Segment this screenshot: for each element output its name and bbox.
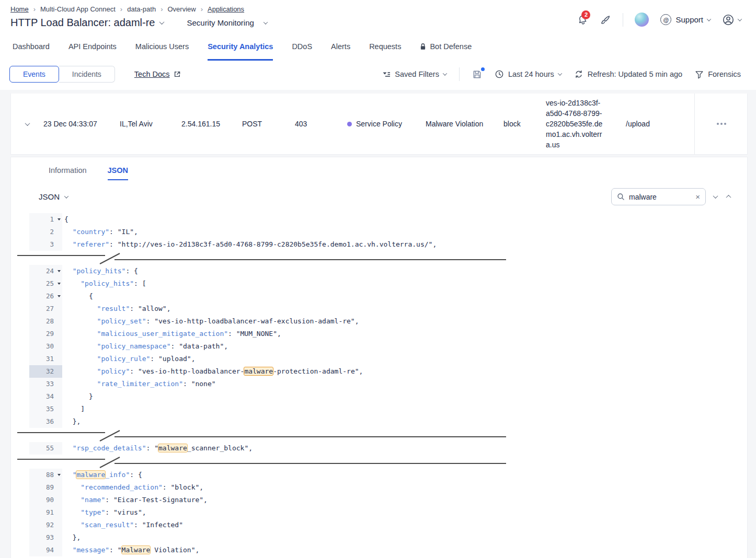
support-icon: @ (660, 14, 671, 25)
row-actions-menu[interactable] (694, 94, 748, 154)
line-number: 32 (29, 365, 62, 378)
service-policy-dot (347, 122, 352, 126)
format-selector-label: JSON (39, 192, 60, 201)
breadcrumb-multi-cloud-app-connect: Multi-Cloud App Connect (40, 5, 116, 13)
tab-ddos[interactable]: DDoS (292, 41, 312, 61)
event-source-label: Service Policy (356, 120, 402, 128)
forensics-button[interactable]: Forensics (695, 70, 741, 79)
refresh-button[interactable]: Refresh: Updated 5 min ago (574, 69, 682, 79)
breadcrumb-home[interactable]: Home (10, 5, 29, 13)
customize-button[interactable] (600, 14, 611, 26)
page-title[interactable]: HTTP Load Balancer: adaml-re (10, 17, 155, 29)
chevron-down-icon[interactable] (159, 19, 165, 25)
json-code-viewer: 1{2"country": "IL",3"referer": "http://v… (11, 213, 747, 558)
account-menu[interactable] (722, 14, 741, 26)
fold-caret-icon[interactable] (58, 270, 61, 272)
chevron-down-icon (707, 17, 711, 21)
tab-bot-defense-label: Bot Defense (430, 42, 472, 51)
line-number: 24 (29, 265, 62, 277)
code-line: 94"message": "Malware Violation", (11, 544, 747, 556)
save-filter-button[interactable] (472, 69, 482, 79)
code-line: 30"policy_namespace": "data-path", (11, 340, 747, 353)
code-line: 89"recommended_action": "block", (11, 481, 747, 494)
app-root: Home › Multi-Cloud App Connect › data-pa… (0, 0, 756, 558)
filter-list-icon (382, 71, 391, 78)
search-icon (617, 193, 625, 201)
notification-badge: 2 (581, 10, 590, 19)
line-number: 91 (29, 506, 62, 519)
ellipsis-icon (717, 123, 726, 125)
line-number: 35 (29, 403, 62, 415)
line-number: 34 (29, 390, 62, 403)
event-method: POST (242, 120, 295, 128)
code-fold-divider (11, 428, 747, 442)
json-search-input[interactable] (629, 193, 691, 201)
clear-search-icon[interactable]: × (695, 193, 700, 201)
breadcrumb-overview: Overview (167, 5, 196, 13)
fold-caret-icon[interactable] (58, 295, 61, 297)
saved-filters-dropdown[interactable]: Saved Filters (382, 70, 446, 78)
line-number: 88 (29, 469, 62, 481)
fold-caret-icon[interactable] (58, 283, 61, 285)
incidents-toggle-button[interactable]: Incidents (59, 66, 115, 83)
event-source: Service Policy (347, 120, 426, 128)
tab-bot-defense[interactable]: Bot Defense (420, 41, 472, 61)
paintbrush-icon (600, 14, 611, 26)
current-search-match: malware (244, 367, 273, 375)
search-match: Malware (122, 546, 151, 554)
code-line: 27"result": "allow", (11, 303, 747, 315)
search-match: malware (76, 471, 105, 479)
chevron-down-icon (738, 17, 742, 21)
code-line: 25"policy_hits": [ (11, 277, 747, 290)
notifications-button[interactable]: 2 (577, 14, 588, 26)
format-selector[interactable]: JSON (39, 192, 68, 201)
next-match-button[interactable] (713, 193, 718, 199)
fold-caret-icon[interactable] (58, 218, 61, 220)
tab-malicious-users[interactable]: Malicious Users (135, 41, 189, 61)
fold-zigzag-icon (17, 456, 506, 468)
code-fold-divider (11, 251, 747, 265)
tab-alerts[interactable]: Alerts (331, 41, 350, 61)
saved-filters-label: Saved Filters (395, 70, 439, 78)
brand-logo[interactable] (635, 13, 649, 27)
time-range-dropdown[interactable]: Last 24 hours (495, 69, 562, 79)
funnel-icon (695, 70, 704, 79)
tech-docs-link[interactable]: Tech Docs (134, 70, 181, 78)
line-number: 92 (29, 519, 62, 531)
event-row[interactable]: 23 Dec 04:33:07 IL,Tel Aviv 2.54.161.15 … (10, 94, 748, 155)
line-number: 94 (29, 544, 62, 556)
line-number: 28 (29, 315, 62, 328)
fold-caret-icon[interactable] (58, 474, 61, 476)
line-number: 55 (29, 442, 62, 455)
external-link-icon (174, 71, 181, 78)
fold-zigzag-icon (17, 429, 506, 441)
row-expander[interactable] (11, 122, 43, 126)
tab-json[interactable]: JSON (108, 166, 129, 180)
code-line: 26{ (11, 290, 747, 303)
events-toggle-button[interactable]: Events (9, 66, 59, 83)
breadcrumb-applications[interactable]: Applications (208, 5, 244, 13)
detail-tabbar: Information JSON (11, 166, 747, 180)
code-line: 1{ (11, 213, 747, 226)
tab-security-analytics[interactable]: Security Analytics (208, 41, 273, 61)
event-timestamp: 23 Dec 04:33:07 (43, 120, 120, 128)
code-line: 36}, (11, 415, 747, 428)
tech-docs-label: Tech Docs (134, 70, 170, 78)
tab-api-endpoints[interactable]: API Endpoints (68, 41, 117, 61)
tab-requests[interactable]: Requests (369, 41, 401, 61)
chevron-down-icon (264, 20, 268, 24)
line-number: 90 (29, 494, 62, 506)
chevron-down-icon (443, 71, 447, 75)
line-number: 31 (29, 353, 62, 365)
code-line: 55"rsp_code_details": "malware_scanner_b… (11, 442, 747, 455)
support-menu[interactable]: @ Support (660, 14, 711, 25)
search-match: malware (158, 444, 187, 452)
tab-information[interactable]: Information (49, 166, 87, 180)
tab-dashboard[interactable]: Dashboard (13, 41, 50, 61)
previous-match-button[interactable] (726, 195, 731, 200)
context-selector[interactable]: Security Monitoring (187, 18, 267, 27)
breadcrumb-separator: › (33, 5, 36, 13)
line-number: 33 (29, 378, 62, 390)
lock-icon (420, 43, 426, 50)
code-line: 29"malicious_user_mitigate_action": "MUM… (11, 328, 747, 340)
